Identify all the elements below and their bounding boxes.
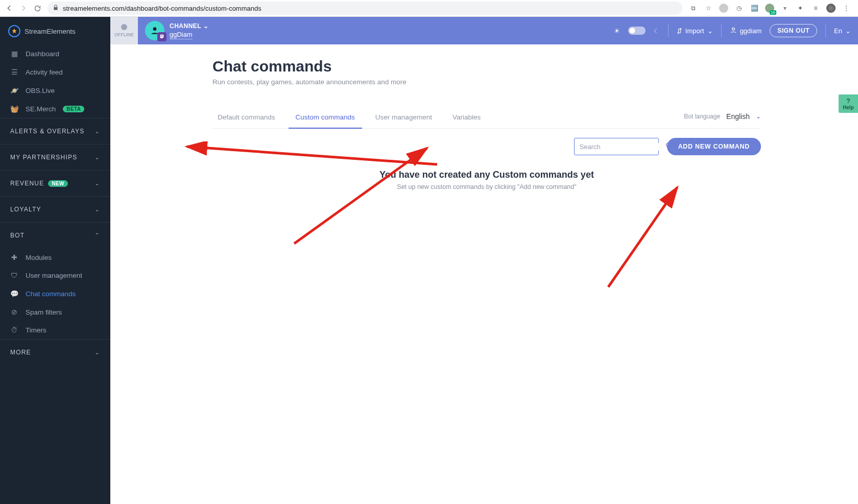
sidebar-item-label: SE.Merch [26, 105, 56, 113]
language-selector[interactable]: En ⌄ [834, 27, 851, 35]
reload-button[interactable] [34, 5, 41, 12]
puzzle-icon[interactable]: ✦ [796, 4, 805, 13]
user-menu[interactable]: ggdiam [730, 27, 762, 35]
sidebar-item-obs[interactable]: 🪐 OBS.Live [0, 81, 110, 100]
profile-avatar[interactable] [826, 4, 836, 13]
chevron-up-icon: ⌃ [94, 232, 100, 239]
lock-icon [53, 5, 59, 12]
planet-icon: 🪐 [10, 86, 18, 94]
chevron-down-icon: ⌄ [94, 154, 100, 161]
modules-icon: ✚ [10, 253, 18, 261]
sun-icon: ☀ [614, 27, 620, 35]
tabs: Default commands Custom commands User ma… [212, 108, 482, 128]
sidebar-item-merch[interactable]: 🧺 SE.Merch BETA [0, 100, 110, 118]
sidebar-item-spam[interactable]: ⊘ Spam filters [0, 303, 110, 321]
brand[interactable]: StreamElements [0, 20, 110, 44]
page-subtitle: Run contests, play games, automate annou… [212, 78, 761, 86]
sidebar-section-alerts[interactable]: ALERTS & OVERLAYS ⌄ [0, 118, 110, 144]
page-title: Chat commands [212, 58, 761, 75]
browser-toolbar: streamelements.com/dashboard/bot-command… [0, 0, 858, 17]
sidebar-item-label: Activity feed [26, 68, 63, 76]
address-bar[interactable]: streamelements.com/dashboard/bot-command… [47, 2, 682, 15]
sidebar-item-usermgmt[interactable]: 🛡 User management [0, 267, 110, 284]
stopwatch-icon: ⏱ [10, 326, 18, 334]
import-icon: ⇵ [677, 27, 682, 35]
forward-button[interactable] [19, 4, 28, 12]
sidebar-item-label: Chat commands [26, 290, 76, 298]
sidebar-item-dashboard[interactable]: ▦ Dashboard [0, 44, 110, 63]
star-icon[interactable]: ☆ [704, 4, 713, 13]
section-label: LOYALTY [10, 206, 41, 213]
empty-title: You have not created any Custom commands… [212, 170, 761, 180]
section-label: MY PARTNERSHIPS [10, 154, 77, 161]
sidebar-item-timers[interactable]: ⏱ Timers [0, 321, 110, 339]
import-button[interactable]: ⇵ Import ⌄ [677, 27, 713, 35]
basket-icon: 🧺 [10, 105, 18, 113]
theme-toggle[interactable] [628, 27, 646, 35]
channel-avatar [145, 21, 164, 40]
sidebar-item-activity[interactable]: ☰ Activity feed [0, 63, 110, 81]
empty-state: You have not created any Custom commands… [212, 170, 761, 190]
user-name: ggdiam [740, 27, 762, 35]
sidebar-section-revenue[interactable]: REVENUE NEW ⌄ [0, 170, 110, 196]
channel-label: CHANNEL ⌄ [170, 22, 209, 30]
chevron-down-icon: ⌄ [94, 206, 100, 213]
offline-label: OFFLINE [114, 32, 134, 37]
chevron-down-icon: ⌄ [94, 180, 100, 187]
tab-custom[interactable]: Custom commands [295, 108, 356, 128]
sidebar-item-label: Timers [26, 326, 46, 334]
sidebar-item-modules[interactable]: ✚ Modules [0, 248, 110, 267]
section-label: ALERTS & OVERLAYS [10, 128, 84, 135]
channel-selector[interactable]: CHANNEL ⌄ ggDiam [138, 21, 216, 40]
sidebar-item-label: Spam filters [26, 308, 62, 316]
tab-default[interactable]: Default commands [217, 108, 276, 128]
list-icon: ☰ [10, 68, 18, 76]
signout-button[interactable]: SIGN OUT [770, 24, 817, 37]
chevron-down-icon: ⌄ [845, 27, 851, 35]
timer-icon[interactable]: ◷ [734, 4, 744, 13]
block-icon: ⊘ [10, 308, 18, 316]
brand-logo-icon [8, 25, 20, 37]
tab-variables[interactable]: Variables [451, 108, 482, 128]
extension-badge-icon[interactable]: 16 [765, 4, 774, 13]
svg-line-5 [608, 187, 677, 287]
new-badge: NEW [48, 180, 68, 187]
extension-icon[interactable] [719, 4, 728, 13]
search-input[interactable] [580, 143, 665, 151]
search-box[interactable] [574, 138, 659, 155]
help-icon: ? [846, 98, 850, 105]
svg-point-1 [732, 28, 734, 30]
sidebar-section-loyalty[interactable]: LOYALTY ⌄ [0, 196, 110, 222]
chat-icon: 💬 [10, 290, 18, 298]
topbar: OFFLINE CHANNEL ⌄ ggDiam [110, 17, 858, 44]
sidebar: StreamElements ▦ Dashboard ☰ Activity fe… [0, 17, 110, 504]
user-icon [730, 27, 737, 35]
translate-icon[interactable]: 🔤 [750, 4, 759, 13]
tab-usermgmt[interactable]: User management [374, 108, 433, 128]
section-label: BOT [10, 232, 25, 239]
twitch-icon [157, 32, 166, 41]
sidebar-section-partnerships[interactable]: MY PARTNERSHIPS ⌄ [0, 144, 110, 170]
offline-indicator: OFFLINE [110, 17, 138, 44]
sidebar-item-chatcommands[interactable]: 💬 Chat commands [0, 284, 110, 303]
bot-language-label: Bot language [684, 113, 720, 120]
menu-icon[interactable]: ⋮ [842, 4, 851, 13]
section-label: MORE [10, 349, 31, 356]
main-content: ? Help Chat commands Run contests, play … [110, 44, 858, 504]
help-button[interactable]: ? Help [839, 94, 858, 113]
extension-icon[interactable]: ▾ [780, 4, 790, 13]
help-label: Help [843, 105, 854, 110]
channel-name: ggDiam [170, 31, 193, 39]
playlist-icon[interactable]: ≡ [811, 4, 820, 13]
sidebar-section-bot[interactable]: BOT ⌃ [0, 222, 110, 248]
language-label: En [834, 27, 842, 35]
add-command-button[interactable]: ADD NEW COMMAND [667, 138, 761, 155]
empty-subtitle: Set up new custom commands by clicking "… [212, 183, 761, 190]
device-icon[interactable]: ⧉ [688, 4, 698, 13]
url-text: streamelements.com/dashboard/bot-command… [63, 5, 261, 12]
sidebar-section-more[interactable]: MORE ⌄ [0, 339, 110, 365]
chevron-down-icon: ⌄ [707, 27, 713, 35]
bot-language-selector[interactable]: Bot language English ⌄ [684, 112, 761, 125]
back-button[interactable] [5, 4, 13, 12]
annotation-arrow [601, 182, 687, 290]
